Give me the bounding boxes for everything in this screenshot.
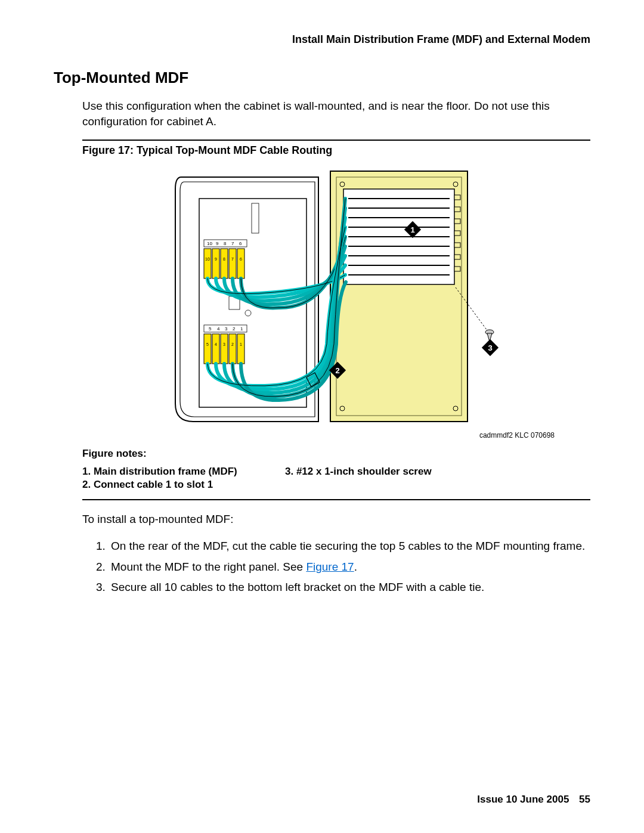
svg-text:6: 6 bbox=[239, 241, 242, 246]
note-2: 2. Connect cable 1 to slot 1 bbox=[82, 479, 285, 491]
svg-rect-32 bbox=[212, 249, 219, 278]
svg-text:4: 4 bbox=[217, 326, 220, 332]
svg-text:3: 3 bbox=[488, 343, 492, 352]
callout-3: 3 bbox=[482, 339, 499, 356]
svg-text:2: 2 bbox=[231, 342, 234, 346]
figure: 10 9 8 7 6 10 9 8 7 6 bbox=[82, 165, 590, 428]
svg-text:9: 9 bbox=[215, 257, 217, 261]
install-lead: To install a top-mounted MDF: bbox=[82, 512, 590, 527]
svg-text:1: 1 bbox=[410, 225, 414, 234]
svg-rect-51 bbox=[229, 334, 236, 364]
note-3: 3. #12 x 1-inch shoulder screw bbox=[285, 466, 488, 478]
svg-text:1: 1 bbox=[240, 326, 243, 332]
figure-notes: 1. Main distribution frame (MDF) 2. Conn… bbox=[82, 466, 590, 492]
page-header: Install Main Distribution Frame (MDF) an… bbox=[54, 33, 590, 46]
svg-rect-16 bbox=[454, 195, 460, 200]
svg-rect-41 bbox=[252, 203, 259, 233]
svg-rect-17 bbox=[454, 207, 460, 212]
step-3: Secure all 10 cables to the bottom left … bbox=[109, 580, 590, 596]
svg-text:6: 6 bbox=[240, 257, 242, 261]
svg-text:2: 2 bbox=[233, 326, 236, 332]
svg-text:4: 4 bbox=[215, 342, 217, 346]
svg-text:3: 3 bbox=[223, 342, 225, 346]
svg-rect-50 bbox=[221, 334, 228, 364]
svg-text:5: 5 bbox=[209, 326, 212, 332]
rule-bottom bbox=[82, 499, 590, 500]
rule-top bbox=[82, 140, 590, 141]
upper-connectors: 10 9 8 7 6 bbox=[204, 249, 244, 278]
svg-text:3: 3 bbox=[225, 326, 228, 332]
svg-text:7: 7 bbox=[231, 241, 234, 246]
step-1: On the rear of the MDF, cut the cable ti… bbox=[109, 538, 590, 555]
page-number: 55 bbox=[579, 794, 590, 806]
svg-text:10: 10 bbox=[207, 241, 212, 246]
svg-text:10: 10 bbox=[205, 257, 210, 261]
note-1: 1. Main distribution frame (MDF) bbox=[82, 466, 285, 478]
svg-rect-48 bbox=[204, 334, 211, 364]
svg-text:5: 5 bbox=[206, 342, 209, 346]
svg-text:9: 9 bbox=[216, 241, 219, 246]
svg-rect-31 bbox=[204, 249, 211, 278]
svg-text:8: 8 bbox=[223, 257, 225, 261]
svg-text:1: 1 bbox=[240, 342, 242, 346]
mdf-panel bbox=[330, 171, 467, 422]
svg-text:8: 8 bbox=[224, 241, 227, 246]
mdf-diagram: 10 9 8 7 6 10 9 8 7 6 bbox=[169, 165, 503, 428]
issue-label: Issue 10 June 2005 bbox=[477, 794, 569, 805]
figure-17-link[interactable]: Figure 17 bbox=[306, 561, 354, 573]
page-footer: Issue 10 June 2005 55 bbox=[477, 794, 590, 806]
svg-rect-21 bbox=[454, 255, 460, 259]
svg-rect-33 bbox=[221, 249, 228, 278]
figure-caption: Figure 17: Typical Top-Mount MDF Cable R… bbox=[82, 144, 590, 157]
svg-rect-49 bbox=[212, 334, 219, 364]
svg-rect-35 bbox=[237, 249, 244, 278]
svg-rect-18 bbox=[454, 219, 460, 224]
intro-paragraph: Use this configuration when the cabinet … bbox=[82, 98, 590, 129]
svg-text:2: 2 bbox=[335, 366, 339, 375]
section-title: Top-Mounted MDF bbox=[54, 69, 590, 87]
lower-connectors: 5 4 3 2 1 bbox=[204, 334, 244, 364]
svg-rect-20 bbox=[454, 243, 460, 247]
figure-id: cadmmdf2 KLC 070698 bbox=[54, 431, 555, 439]
svg-rect-22 bbox=[454, 267, 460, 271]
figure-notes-title: Figure notes: bbox=[82, 448, 590, 460]
svg-rect-52 bbox=[237, 334, 244, 364]
svg-text:7: 7 bbox=[231, 257, 234, 261]
step-2: Mount the MDF to the right panel. See Fi… bbox=[109, 559, 590, 575]
svg-rect-19 bbox=[454, 231, 460, 236]
svg-rect-34 bbox=[229, 249, 236, 278]
install-steps: On the rear of the MDF, cut the cable ti… bbox=[93, 538, 590, 596]
